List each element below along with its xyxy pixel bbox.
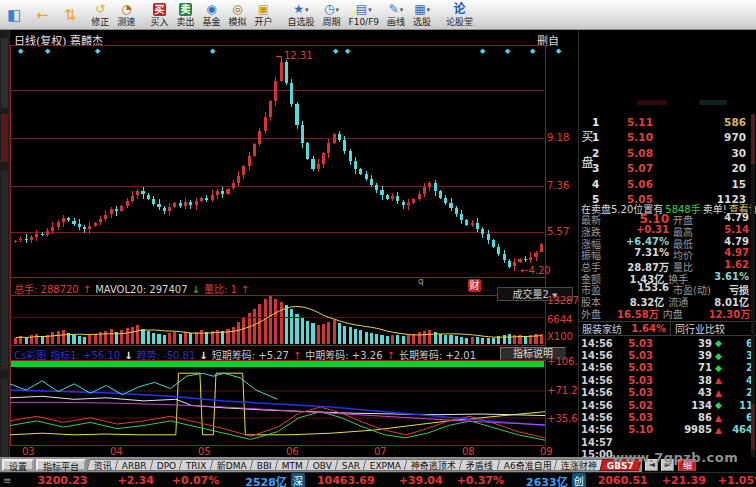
diamond-marker: ◆	[556, 48, 561, 55]
toolbar-button-开户[interactable]: ▣开户	[250, 1, 276, 29]
tab-新DMA[interactable]: 新DMA	[209, 459, 254, 471]
基金-icon: ◉	[206, 3, 216, 16]
chevron-down-icon: ▾	[368, 6, 372, 14]
tab-神奇逃顶术[interactable]: 神奇逃顶术	[404, 459, 464, 471]
indicator-line-blue	[10, 390, 545, 425]
chart-region[interactable]: 日线(复权) 嘉麟杰 删自 9.18 7.36 5.57 ◆◆◆◆◆◆◆◆◆◆ …	[10, 30, 578, 457]
candle-body	[72, 221, 75, 225]
scrollbar-thumb[interactable]	[751, 114, 755, 164]
strip-segment	[1, 170, 8, 370]
tab-连涨财神[interactable]: 连涨财神	[554, 459, 605, 471]
candle-body	[131, 196, 134, 201]
candle-body	[184, 202, 187, 206]
candle-body	[62, 218, 65, 222]
tick-count: 2	[725, 362, 753, 373]
indicator-header-part: ↑	[387, 350, 395, 361]
date-label: 07	[374, 446, 387, 457]
tab-指标平台[interactable]: 指标平台	[36, 459, 86, 471]
candle-body	[407, 203, 410, 206]
toolbar-button-买入[interactable]: 买买入	[146, 1, 172, 29]
toolbar-button-top: ▦▾	[414, 3, 430, 17]
industry-compare-link[interactable]: 同行业比较	[675, 321, 725, 336]
toolbar-button-F10/F9[interactable]: ▤▾F10/F9	[344, 1, 383, 29]
toolbar-button-top: 论	[454, 3, 466, 17]
candle-body	[104, 215, 107, 219]
site-watermark: www.7gpzb.com	[612, 450, 738, 465]
scrollbar-thumb[interactable]	[751, 404, 755, 450]
开户-icon: ▣	[258, 3, 269, 16]
tab-矛盾线[interactable]: 矛盾线	[459, 459, 501, 471]
candle-body	[380, 190, 383, 195]
sector-row[interactable]: 服装家纺 1.64% 同行业比较	[579, 321, 756, 336]
toolbar-button-自选股[interactable]: ★▾自选股	[283, 1, 318, 29]
toolbar-button-修正[interactable]: ↺修正	[87, 1, 113, 29]
toolbar-button-icon0[interactable]: ◧	[3, 1, 25, 29]
order-price: 5.07	[608, 162, 672, 174]
candle-body	[19, 239, 22, 241]
tick-price: 5.03	[615, 375, 653, 386]
stat-label: 外盘	[581, 306, 617, 321]
toolbar-button-label: 卖出	[176, 17, 194, 27]
candle-body	[163, 208, 166, 211]
left-side-strip[interactable]	[0, 30, 10, 487]
tab-设置[interactable]: 设置	[2, 459, 34, 471]
选股-icon: ▦	[414, 3, 425, 16]
tab-A6奇准自用[interactable]: A6奇准自用	[496, 459, 559, 471]
candle-body	[295, 104, 298, 125]
candle-body	[46, 231, 49, 235]
candle-body	[110, 209, 113, 214]
toolbar-button-选股[interactable]: ▦▾选股	[409, 1, 435, 29]
divider	[670, 322, 671, 335]
toolbar-button-label: 模拟	[228, 17, 246, 27]
toolbar-button-卖出[interactable]: 卖卖出	[172, 1, 198, 29]
tab-label: SAR	[342, 460, 360, 472]
finance-news-icon[interactable]: 财	[468, 279, 481, 292]
toolbar-button-icon1[interactable]: ←	[32, 1, 53, 29]
volume-ma-line	[10, 295, 545, 345]
up-arrow-icon: ▲	[712, 375, 725, 385]
candle-body	[354, 161, 357, 169]
indicator-lines-chart[interactable]	[10, 367, 545, 444]
down-arrow-icon: ◆	[712, 338, 725, 348]
down-arrow-icon: ◆	[712, 363, 725, 373]
candle-body	[14, 241, 17, 242]
toolbar-button-论股堂[interactable]: 论论股堂	[442, 1, 477, 29]
candle-body	[221, 191, 224, 194]
tick-time: 14:56	[581, 387, 615, 398]
down-arrow-icon: ◆	[712, 400, 725, 410]
tab-label: OBV	[313, 460, 332, 472]
candle-body	[25, 239, 28, 240]
candle-body	[439, 191, 442, 198]
stats-cell: 内盘12.30万	[663, 306, 755, 321]
tab-ARBR[interactable]: ARBR	[115, 459, 155, 471]
indicator-header-part: ↓	[199, 350, 207, 361]
toolbar-button-label: 修正	[91, 17, 109, 27]
indicator-header-part: 中期筹码: +3.26	[305, 350, 382, 361]
toolbar-button-模拟[interactable]: ◎模拟	[224, 1, 250, 29]
toolbar-button-测速[interactable]: ◔测速	[113, 1, 139, 29]
diamond-marker: ◆	[333, 48, 338, 55]
toolbar-button-基金[interactable]: ◉基金	[198, 1, 224, 29]
panel-scrollbar[interactable]	[751, 114, 755, 460]
tab-label: 设置	[9, 461, 27, 473]
tick-price: 5.03	[615, 362, 653, 373]
candle-body	[465, 220, 468, 225]
toolbar-button-label: 画线	[387, 17, 405, 27]
toolbar-button-icon2[interactable]: ⇅	[60, 1, 81, 29]
status-menu-icon[interactable]: ≡	[3, 475, 11, 486]
tick-time: 14:56	[581, 362, 615, 373]
candle-body	[359, 169, 362, 174]
index-value: +0.37%	[457, 474, 504, 487]
candle-body	[173, 203, 176, 207]
order-price: 5.10	[608, 131, 672, 143]
candle-body	[83, 227, 86, 229]
order-volume: 970	[672, 131, 752, 143]
indicator-header-part: ↓	[124, 350, 132, 361]
stat-value: 12.30万	[709, 306, 755, 321]
toolbar-button-周期[interactable]: ◷▾周期	[318, 1, 344, 29]
tab-EXPMA[interactable]: EXPMA	[363, 459, 409, 471]
order-volume: 20	[672, 162, 752, 174]
toolbar-button-画线[interactable]: ✎▾画线	[383, 1, 409, 29]
tab-label: 神奇逃顶术	[411, 460, 456, 472]
candle-body	[534, 253, 537, 257]
